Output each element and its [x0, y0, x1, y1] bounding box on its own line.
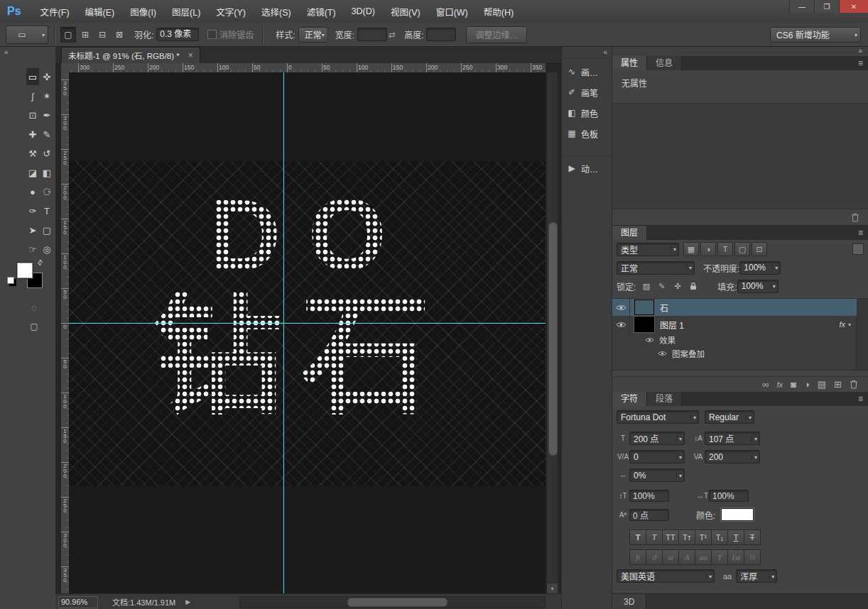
new-group-icon[interactable]: ▤ [818, 379, 826, 390]
layer-thumbnail[interactable] [634, 300, 654, 315]
healing-brush-tool[interactable]: ✚ [26, 126, 39, 143]
gradient-tool[interactable]: ◧ [40, 164, 53, 181]
tracking-input[interactable]: 200 [705, 450, 760, 463]
maximize-button[interactable]: ❐ [814, 0, 839, 13]
canvas-viewport[interactable]: DO 钻石 [69, 72, 546, 593]
magic-wand-tool[interactable]: ✶ [40, 87, 53, 104]
fractions-button[interactable]: ½ [744, 549, 761, 565]
underline-button[interactable]: T [728, 530, 744, 545]
horizontal-scrollbar-thumb[interactable] [347, 598, 447, 607]
link-layers-icon[interactable]: ∞ [762, 379, 769, 390]
antialias-dropdown[interactable]: 浑厚 [736, 569, 777, 583]
vertical-scale-input[interactable]: 100% [629, 490, 669, 502]
tab-layers[interactable]: 图层 [612, 226, 647, 240]
blend-mode-dropdown[interactable]: 正常 [617, 261, 695, 275]
panel-menu-icon[interactable]: ≡ [858, 58, 863, 68]
menu-item-2[interactable]: 编辑(E) [77, 5, 123, 18]
swap-colors-icon[interactable]: ⇄ [35, 258, 45, 268]
visibility-eye-icon[interactable] [658, 351, 667, 356]
collapse-tools-icon[interactable]: « [4, 48, 9, 56]
expand-panels-icon[interactable]: « [562, 47, 612, 59]
menu-item-6[interactable]: 选择(S) [254, 5, 299, 18]
collapse-panels-icon[interactable]: » [612, 47, 868, 56]
refine-edge-button[interactable]: 调整边缘… [466, 26, 527, 43]
filter-smart-objects-icon[interactable]: ⊡ [752, 242, 767, 256]
delete-layer-icon[interactable] [850, 380, 858, 389]
menu-item-11[interactable]: 帮助(H) [476, 5, 521, 18]
vertical-scrollbar-thumb[interactable] [548, 222, 558, 456]
effects-row[interactable]: 效果 [612, 333, 857, 346]
language-dropdown[interactable]: 美国英语 [617, 569, 715, 583]
new-layer-icon[interactable]: ⊞ [834, 379, 842, 390]
layer-thumbnail[interactable] [634, 317, 654, 332]
ordinals-button[interactable]: 1st [728, 549, 744, 565]
visibility-eye-icon[interactable] [645, 337, 654, 343]
antialias-checkbox[interactable] [207, 30, 217, 39]
cs6-new-features-dropdown[interactable]: CS6 新增功能 [770, 27, 861, 43]
tab-paragraph[interactable]: 段落 [647, 392, 682, 406]
close-document-icon[interactable]: × [188, 50, 193, 60]
menu-item-8[interactable]: 3D(D) [344, 6, 383, 16]
kerning-input[interactable]: 0 [629, 450, 685, 463]
brush-tool[interactable]: ✎ [40, 126, 53, 143]
scroll-down-icon[interactable]: ▾ [547, 583, 558, 593]
menu-item-9[interactable]: 视图(V) [383, 5, 428, 18]
status-options-icon[interactable]: ▶ [185, 598, 190, 605]
type-tool[interactable]: T [40, 202, 53, 219]
leading-input[interactable]: 107 点 [705, 432, 760, 445]
subscript-button[interactable]: T₁ [712, 530, 728, 545]
layer-list-scrollbar[interactable] [856, 299, 868, 370]
tab-properties[interactable]: 属性 [612, 56, 647, 70]
blur-tool[interactable]: ● [26, 183, 39, 200]
menu-item-10[interactable]: 窗口(W) [428, 5, 476, 18]
filter-shape-layers-icon[interactable]: ▢ [734, 242, 750, 256]
horizontal-scrollbar[interactable] [239, 596, 546, 608]
zoom-level-input[interactable]: 90.96% [58, 596, 98, 608]
crop-tool[interactable]: ⊡ [26, 106, 39, 124]
collapsed-panel-brush[interactable]: ✐画笔 [564, 83, 611, 102]
opacity-input[interactable]: 100% [739, 261, 781, 275]
minimize-button[interactable]: — [789, 0, 814, 13]
menu-item-7[interactable]: 滤镜(T) [299, 5, 344, 18]
stylistic-alternates-button[interactable]: aa [695, 549, 712, 565]
vertical-scrollbar[interactable]: ▾ [546, 72, 558, 593]
tab-3d[interactable]: 3D [612, 594, 646, 609]
eyedropper-tool[interactable]: ✒ [40, 106, 53, 124]
swash-button[interactable]: A [679, 549, 695, 565]
discretionary-ligatures-button[interactable]: st [663, 549, 679, 565]
layer-row-layer1[interactable]: 图层 1 fx ▾ [612, 316, 857, 333]
lock-image-pixels-icon[interactable]: ✎ [656, 282, 668, 291]
fill-input[interactable]: 100% [737, 280, 779, 293]
horizontal-scale-input[interactable]: 100% [709, 490, 749, 502]
font-size-input[interactable]: 200 点 [629, 432, 685, 445]
add-layer-style-icon[interactable]: fx [777, 380, 783, 389]
height-input[interactable] [426, 28, 456, 41]
subtract-selection-mode-button[interactable]: ⊟ [94, 27, 110, 43]
lock-all-icon[interactable] [687, 282, 699, 291]
panel-menu-icon[interactable]: ≡ [858, 394, 863, 404]
width-input[interactable] [357, 28, 387, 41]
strikethrough-button[interactable]: T [744, 530, 761, 545]
collapsed-panel-color[interactable]: ◧颜色 [564, 104, 611, 122]
layer-fx-badge[interactable]: fx [839, 320, 845, 329]
fx-expand-icon[interactable]: ▾ [848, 322, 851, 328]
pen-tool[interactable]: ✑ [26, 202, 39, 219]
layer-name[interactable]: 图层 1 [660, 319, 684, 331]
layer-name[interactable]: 石 [660, 302, 668, 314]
tab-info[interactable]: 信息 [647, 56, 682, 70]
font-style-dropdown[interactable]: Regular [705, 410, 754, 424]
menu-item-3[interactable]: 图像(I) [122, 5, 164, 18]
ligatures-button[interactable]: fi [629, 549, 646, 565]
layer-filter-toggle[interactable] [852, 243, 864, 255]
lock-position-icon[interactable]: ✜ [671, 282, 683, 291]
menu-item-5[interactable]: 文字(Y) [208, 5, 254, 18]
superscript-button[interactable]: T¹ [695, 530, 712, 545]
filter-type-layers-icon[interactable]: T [717, 242, 733, 256]
move-tool[interactable]: ✜ [40, 68, 53, 85]
faux-italic-button[interactable]: T [646, 530, 663, 545]
tab-character[interactable]: 字符 [612, 392, 647, 406]
collapsed-panel-brush-presets[interactable]: ∿画… [564, 62, 611, 81]
add-selection-mode-button[interactable]: ⊞ [77, 27, 93, 43]
layer-row-shi[interactable]: 石 [612, 299, 857, 316]
text-color-swatch[interactable] [721, 508, 754, 521]
